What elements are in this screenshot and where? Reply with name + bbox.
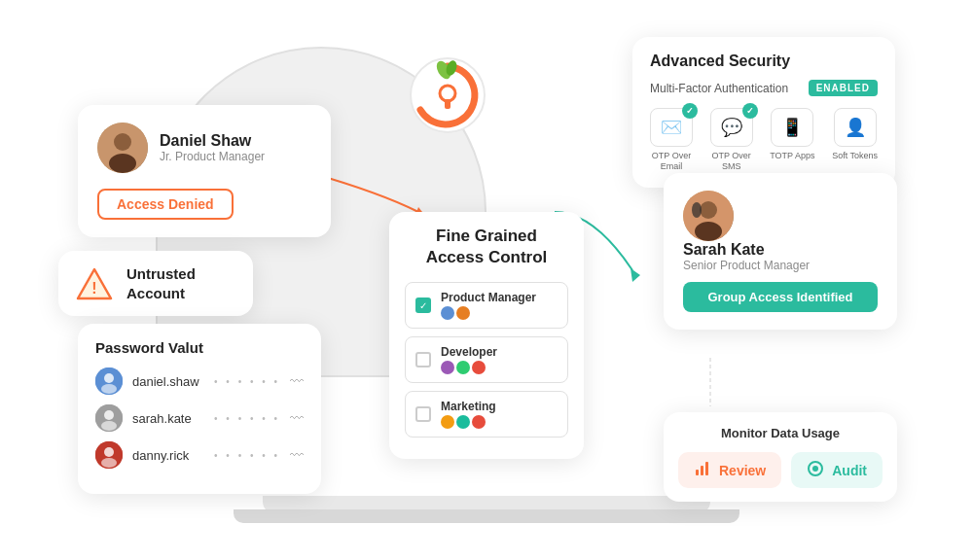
svg-marker-6 (631, 268, 640, 282)
otp-sms-label: OTP OverSMS (711, 151, 750, 172)
vault-dots-3: • • • • • • (214, 450, 280, 461)
pm-role: Product Manager (441, 291, 536, 320)
daniel-card: Daniel Shaw Jr. Product Manager Access D… (78, 105, 331, 237)
mfa-totp-box: 📱 (771, 108, 813, 147)
mkt-role-label: Marketing (441, 400, 496, 413)
access-row-dev[interactable]: Developer (405, 336, 568, 383)
mfa-otp-sms-box: 💬 ✓ (710, 108, 753, 147)
svg-point-31 (812, 466, 818, 472)
dev-avatar-2 (456, 361, 470, 374)
svg-point-24 (700, 201, 717, 219)
svg-point-16 (101, 384, 117, 394)
mfa-otp-email: ✉️ ✓ OTP OverEmail (650, 108, 693, 172)
review-icon (694, 460, 711, 480)
group-access-badge: Group Access Identified (683, 282, 878, 312)
pm-role-label: Product Manager (441, 291, 536, 304)
access-row-mkt[interactable]: Marketing (405, 391, 568, 438)
svg-point-21 (104, 447, 114, 457)
svg-text:!: ! (91, 280, 96, 297)
daniel-role: Jr. Product Manager (160, 150, 265, 163)
svg-rect-29 (705, 462, 708, 475)
security-title: Advanced Security (650, 52, 878, 70)
vault-dots-2: • • • • • • (214, 413, 280, 424)
vault-eye-2[interactable]: 〰 (290, 410, 304, 426)
monitor-buttons: Review Audit (679, 452, 882, 488)
mkt-role: Marketing (441, 400, 496, 429)
mkt-avatar-1 (441, 415, 454, 429)
mfa-totp: 📱 TOTP Apps (770, 108, 814, 172)
vault-avatar-3 (95, 441, 123, 469)
svg-point-26 (692, 202, 702, 218)
mfa-otp-sms: 💬 ✓ OTP OverSMS (710, 108, 753, 172)
vault-avatar-1 (95, 368, 123, 395)
mkt-avatar-3 (472, 415, 486, 429)
dev-role: Developer (441, 345, 497, 374)
dev-checkbox[interactable] (415, 352, 431, 368)
vault-name-1: daniel.shaw (132, 374, 204, 389)
enabled-badge: ENABLED (809, 80, 878, 96)
svg-rect-27 (696, 470, 699, 475)
soft-tokens-icon: 👤 (845, 117, 866, 138)
svg-point-15 (104, 373, 114, 383)
review-label: Review (719, 463, 766, 478)
sarah-card: Sarah Kate Senior Product Manager Group … (664, 173, 897, 330)
daniel-info: Daniel Shaw Jr. Product Manager (160, 132, 265, 163)
totp-label: TOTP Apps (770, 151, 814, 161)
vault-name-3: danny.rick (132, 448, 204, 463)
vault-dots-1: • • • • • • (214, 376, 280, 387)
vault-card: Password Valut daniel.shaw • • • • • • 〰… (78, 324, 321, 494)
mfa-row: Multi-Factor Authentication ENABLED (650, 80, 878, 96)
access-control-card: Fine GrainedAccess Control ✓ Product Man… (389, 212, 584, 459)
access-denied-badge: Access Denied (97, 189, 234, 220)
vault-avatar-2 (95, 404, 123, 432)
otp-email-check: ✓ (682, 103, 698, 119)
logo-icon (409, 56, 486, 134)
audit-button[interactable]: Audit (791, 452, 883, 488)
pm-checkbox[interactable]: ✓ (415, 298, 431, 313)
pm-avatars (441, 306, 536, 320)
dev-avatar-3 (472, 361, 486, 374)
dev-avatar-1 (441, 361, 454, 374)
svg-rect-28 (701, 466, 703, 475)
vault-row-2: sarah.kate • • • • • • 〰 (95, 404, 304, 432)
mfa-label: Multi-Factor Authentication (650, 82, 788, 95)
mkt-avatars (441, 415, 496, 429)
mkt-checkbox[interactable] (415, 406, 431, 422)
monitor-title: Monitor Data Usage (679, 426, 882, 440)
vault-eye-3[interactable]: 〰 (290, 447, 304, 463)
vault-eye-1[interactable]: 〰 (290, 373, 304, 389)
svg-point-25 (695, 222, 722, 241)
pm-avatar-2 (456, 306, 470, 320)
mkt-avatar-2 (456, 415, 470, 429)
untrusted-card: ! UntrustedAccount (58, 251, 253, 316)
totp-icon: 📱 (781, 117, 803, 138)
vault-row-3: danny.rick • • • • • • 〰 (95, 441, 304, 469)
mfa-icons-row: ✉️ ✓ OTP OverEmail 💬 ✓ OTP OverSMS 📱 TOT… (650, 108, 878, 172)
vault-name-2: sarah.kate (132, 411, 204, 426)
pm-avatar-1 (441, 306, 454, 320)
otp-sms-icon: 💬 (721, 117, 742, 138)
svg-point-11 (109, 154, 136, 173)
audit-icon (807, 460, 824, 480)
otp-email-label: OTP OverEmail (652, 151, 691, 172)
access-control-title: Fine GrainedAccess Control (405, 226, 568, 268)
sarah-info: Sarah Kate Senior Product Manager (683, 241, 878, 272)
otp-email-icon: ✉️ (661, 117, 682, 138)
daniel-profile-row: Daniel Shaw Jr. Product Manager (97, 122, 311, 173)
access-row-pm[interactable]: ✓ Product Manager (405, 282, 568, 329)
mfa-otp-email-box: ✉️ ✓ (650, 108, 693, 147)
svg-point-19 (101, 421, 117, 431)
vault-title: Password Valut (95, 339, 304, 356)
sarah-name: Sarah Kate (683, 241, 878, 259)
sarah-avatar (683, 191, 734, 241)
vault-row-1: daniel.shaw • • • • • • 〰 (95, 368, 304, 395)
dev-role-label: Developer (441, 345, 497, 359)
sarah-role: Senior Product Manager (683, 259, 878, 272)
daniel-avatar (97, 122, 148, 173)
main-scene: Daniel Shaw Jr. Product Manager Access D… (49, 18, 924, 542)
review-button[interactable]: Review (678, 452, 781, 488)
soft-tokens-label: Soft Tokens (832, 151, 878, 161)
mfa-soft-tokens-box: 👤 (834, 108, 877, 147)
otp-sms-check: ✓ (742, 103, 758, 119)
audit-label: Audit (832, 463, 867, 478)
